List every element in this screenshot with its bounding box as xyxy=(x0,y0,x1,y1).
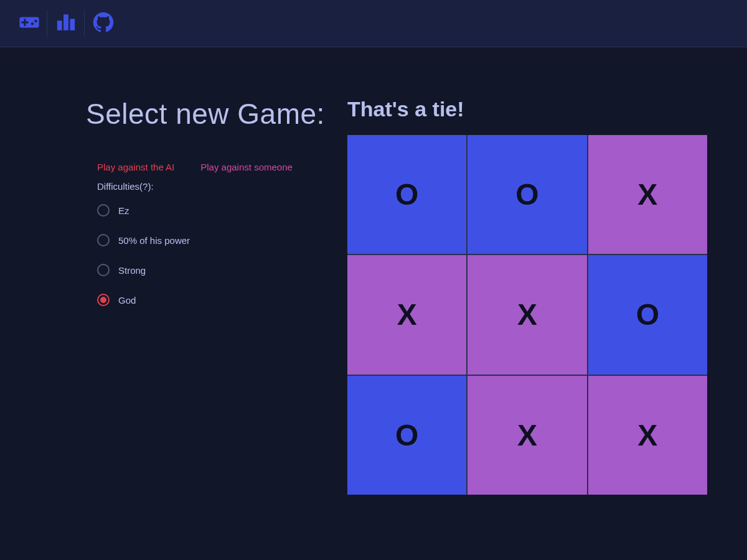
difficulty-option-god[interactable]: God xyxy=(97,294,336,306)
radio-icon xyxy=(97,234,110,246)
link-play-ai[interactable]: Play against the AI xyxy=(97,162,174,172)
mode-links: Play against the AI Play against someone xyxy=(86,162,336,172)
radio-icon xyxy=(97,264,110,276)
link-play-pvp[interactable]: Play against someone xyxy=(200,162,293,172)
leaderboard-icon xyxy=(55,12,77,35)
board-cell-2[interactable]: X xyxy=(588,135,707,254)
page-title: Select new Game: xyxy=(86,97,336,131)
github-icon xyxy=(93,12,114,35)
difficulty-option-strong[interactable]: Strong xyxy=(97,264,336,276)
difficulties-label: Difficulties(?): xyxy=(86,181,336,192)
board-cell-1[interactable]: O xyxy=(467,135,586,254)
board-cell-6[interactable]: O xyxy=(347,376,466,495)
difficulty-label: 50% of his power xyxy=(118,235,190,246)
radio-icon xyxy=(97,204,110,217)
board-cell-7[interactable]: X xyxy=(467,376,586,495)
difficulty-option-ez[interactable]: Ez xyxy=(97,204,336,217)
board-cell-8[interactable]: X xyxy=(588,376,707,495)
main: Select new Game: Play against the AI Pla… xyxy=(0,47,747,495)
difficulty-label: Ez xyxy=(118,205,129,216)
board-cell-3[interactable]: X xyxy=(347,255,466,374)
difficulty-option-50[interactable]: 50% of his power xyxy=(97,234,336,246)
game-board: O O X X X O O X X xyxy=(347,135,707,495)
difficulty-options: Ez 50% of his power Strong God xyxy=(86,204,336,306)
board-cell-5[interactable]: O xyxy=(588,255,707,374)
board-cell-0[interactable]: O xyxy=(347,135,466,254)
game-status: That's a tie! xyxy=(347,97,710,121)
nav-game[interactable] xyxy=(11,11,47,37)
radio-icon xyxy=(97,294,110,306)
difficulty-label: Strong xyxy=(118,265,146,276)
board-cell-4[interactable]: X xyxy=(467,255,586,374)
right-panel: That's a tie! O O X X X O O X X xyxy=(336,97,710,495)
game-icon xyxy=(19,12,40,35)
left-panel: Select new Game: Play against the AI Pla… xyxy=(37,97,336,495)
nav-leaderboard[interactable] xyxy=(47,11,85,37)
top-nav xyxy=(0,0,747,47)
nav-github[interactable] xyxy=(85,11,122,37)
difficulty-label: God xyxy=(118,295,136,306)
